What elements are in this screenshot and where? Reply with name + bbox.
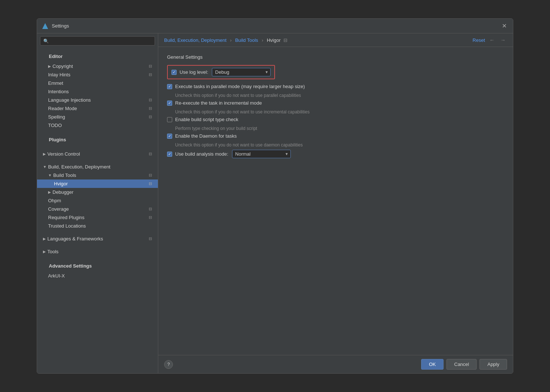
search-input[interactable] bbox=[50, 38, 152, 44]
breadcrumb-current: Hvigor bbox=[267, 37, 281, 43]
chevron-right-icon: ▶ bbox=[43, 237, 46, 241]
sidebar: 🔍 Editor ▶ Copyright ⊟ Inlay Hints bbox=[37, 33, 158, 373]
language-injections-label: Language Injections bbox=[48, 97, 91, 103]
build-analysis-label: Use build analysis mode: bbox=[175, 151, 228, 157]
chevron-down-icon: ▼ bbox=[48, 173, 52, 177]
sidebar-item-trusted-locations[interactable]: Trusted Locations bbox=[37, 222, 158, 230]
ohpm-label: Ohpm bbox=[48, 198, 61, 203]
settings-window: Settings ✕ 🔍 Editor ▶ Copyright ⊟ bbox=[37, 18, 513, 374]
breadcrumb-icon: ⊟ bbox=[283, 37, 287, 43]
use-log-level-checkbox[interactable]: ✓ bbox=[171, 70, 177, 75]
breadcrumb-bar: Build, Execution, Deployment › Build Too… bbox=[158, 33, 513, 47]
checkmark-icon: ✓ bbox=[168, 152, 171, 156]
editor-label: Editor bbox=[43, 52, 69, 61]
checkmark-icon: ✓ bbox=[173, 70, 176, 74]
sidebar-item-spelling[interactable]: Spelling ⊟ bbox=[37, 113, 158, 121]
reader-mode-label: Reader Mode bbox=[48, 106, 77, 111]
reset-button[interactable]: Reset bbox=[473, 37, 485, 43]
editor-section: Editor ▶ Copyright ⊟ Inlay Hints ⊟ Emmet bbox=[37, 48, 158, 132]
sidebar-item-build-exec[interactable]: ▼ Build, Execution, Deployment bbox=[37, 163, 158, 171]
sidebar-item-hvigor[interactable]: Hvigor ⊟ bbox=[37, 179, 158, 188]
settings-icon: ⊟ bbox=[149, 173, 152, 178]
sidebar-item-advanced-settings[interactable]: Advanced Settings bbox=[37, 260, 158, 272]
tools-section: ▶ Tools bbox=[37, 245, 158, 258]
copyright-label: Copyright bbox=[53, 63, 73, 69]
log-level-dropdown-wrapper: Debug Info Warn Error ▼ bbox=[208, 68, 271, 76]
sidebar-item-inlay-hints[interactable]: Inlay Hints ⊟ bbox=[37, 70, 158, 79]
build-analysis-checkbox[interactable]: ✓ bbox=[167, 152, 172, 157]
settings-icon: ⊟ bbox=[149, 181, 152, 186]
daemon-label: Enable the Daemon for tasks bbox=[175, 133, 237, 139]
coverage-label: Coverage bbox=[48, 206, 69, 212]
build-exec-label: Build, Execution, Deployment bbox=[48, 164, 111, 170]
advanced-section: Advanced Settings ArkUI-X bbox=[37, 258, 158, 282]
settings-icon: ⊟ bbox=[149, 236, 152, 241]
right-panel: Build, Execution, Deployment › Build Too… bbox=[158, 33, 513, 373]
log-level-dropdown[interactable]: Debug Info Warn Error bbox=[212, 68, 271, 76]
sidebar-item-todo[interactable]: TODO bbox=[37, 121, 158, 130]
build-script-checkbox[interactable] bbox=[167, 117, 172, 122]
breadcrumb-build-exec[interactable]: Build, Execution, Deployment bbox=[164, 37, 227, 43]
sidebar-item-version-control[interactable]: ▶ Version Control ⊟ bbox=[37, 150, 158, 158]
chevron-right-icon: ▶ bbox=[43, 152, 46, 156]
languages-section: ▶ Languages & Frameworks ⊟ bbox=[37, 232, 158, 245]
sidebar-item-debugger[interactable]: ▶ Debugger bbox=[37, 188, 158, 196]
incremental-mode-checkbox[interactable]: ✓ bbox=[167, 101, 172, 106]
sidebar-item-build-tools[interactable]: ▼ Build Tools ⊟ bbox=[37, 171, 158, 179]
daemon-row: ✓ Enable the Daemon for tasks bbox=[167, 133, 504, 139]
sidebar-item-languages[interactable]: ▶ Languages & Frameworks ⊟ bbox=[37, 235, 158, 243]
sidebar-group-plugins: Plugins bbox=[37, 134, 158, 145]
daemon-checkbox[interactable]: ✓ bbox=[167, 134, 172, 139]
back-button[interactable]: ← bbox=[488, 36, 496, 44]
sidebar-item-arkui-x[interactable]: ArkUI-X bbox=[37, 272, 158, 280]
sidebar-item-intentions[interactable]: Intentions bbox=[37, 87, 158, 96]
sidebar-item-copyright[interactable]: ▶ Copyright ⊟ bbox=[37, 62, 158, 70]
build-section: ▼ Build, Execution, Deployment ▼ Build T… bbox=[37, 160, 158, 232]
sidebar-item-emmet[interactable]: Emmet bbox=[37, 79, 158, 87]
cancel-button[interactable]: Cancel bbox=[446, 359, 477, 370]
breadcrumb-sep-2: › bbox=[262, 37, 263, 43]
debugger-label: Debugger bbox=[53, 189, 73, 195]
main-content: 🔍 Editor ▶ Copyright ⊟ Inlay Hints bbox=[37, 33, 513, 373]
help-button[interactable]: ? bbox=[164, 360, 173, 369]
parallel-mode-checkbox[interactable]: ✓ bbox=[167, 84, 172, 89]
sidebar-item-required-plugins[interactable]: Required Plugins ⊟ bbox=[37, 213, 158, 222]
sidebar-item-coverage[interactable]: Coverage ⊟ bbox=[37, 205, 158, 213]
inlay-hints-label: Inlay Hints bbox=[48, 72, 70, 77]
section-title: General Settings bbox=[167, 54, 504, 60]
sidebar-item-language-injections[interactable]: Language Injections ⊟ bbox=[37, 96, 158, 104]
incremental-mode-hint: Uncheck this option if you do not want t… bbox=[167, 109, 504, 115]
chevron-right-icon: ▶ bbox=[48, 64, 51, 68]
settings-icon: ⊟ bbox=[149, 64, 152, 69]
required-plugins-label: Required Plugins bbox=[48, 215, 84, 220]
apply-button[interactable]: Apply bbox=[480, 359, 507, 370]
build-analysis-dropdown[interactable]: Normal Strict Lenient bbox=[232, 150, 291, 158]
search-box[interactable]: 🔍 bbox=[40, 36, 155, 46]
build-analysis-dropdown-wrapper: Normal Strict Lenient ▼ bbox=[228, 150, 291, 158]
sidebar-item-ohpm[interactable]: Ohpm bbox=[37, 196, 158, 205]
spelling-label: Spelling bbox=[48, 114, 65, 120]
settings-content: General Settings ✓ Use log level: Debug … bbox=[158, 47, 513, 355]
forward-button[interactable]: → bbox=[499, 36, 507, 44]
parallel-mode-hint: Uncheck this option if you do not want t… bbox=[167, 93, 504, 98]
sidebar-item-reader-mode[interactable]: Reader Mode ⊟ bbox=[37, 104, 158, 113]
parallel-mode-row: ✓ Execute tasks in parallel mode (may re… bbox=[167, 84, 504, 89]
plugins-section: Plugins bbox=[37, 132, 158, 148]
tools-label: Tools bbox=[47, 249, 58, 254]
svg-marker-0 bbox=[42, 23, 48, 29]
checkmark-icon: ✓ bbox=[168, 85, 171, 88]
settings-icon: ⊟ bbox=[149, 72, 152, 77]
app-icon bbox=[41, 22, 49, 30]
arkui-x-label: ArkUI-X bbox=[48, 273, 65, 279]
close-button[interactable]: ✕ bbox=[500, 22, 509, 30]
sidebar-item-tools[interactable]: ▶ Tools bbox=[37, 247, 158, 256]
use-log-level-highlighted: ✓ Use log level: Debug Info Warn Error ▼ bbox=[167, 65, 275, 79]
ok-button[interactable]: OK bbox=[421, 359, 444, 370]
daemon-hint: Uncheck this option if you do not want t… bbox=[167, 142, 504, 148]
sidebar-scroll: Editor ▶ Copyright ⊟ Inlay Hints ⊟ Emmet bbox=[37, 48, 158, 373]
breadcrumb-build-tools[interactable]: Build Tools bbox=[235, 37, 258, 43]
version-control-section: ▶ Version Control ⊟ bbox=[37, 148, 158, 160]
languages-label: Languages & Frameworks bbox=[47, 236, 103, 242]
settings-icon: ⊟ bbox=[149, 207, 152, 211]
incremental-mode-label: Re-execute the task in incremental mode bbox=[175, 100, 262, 106]
